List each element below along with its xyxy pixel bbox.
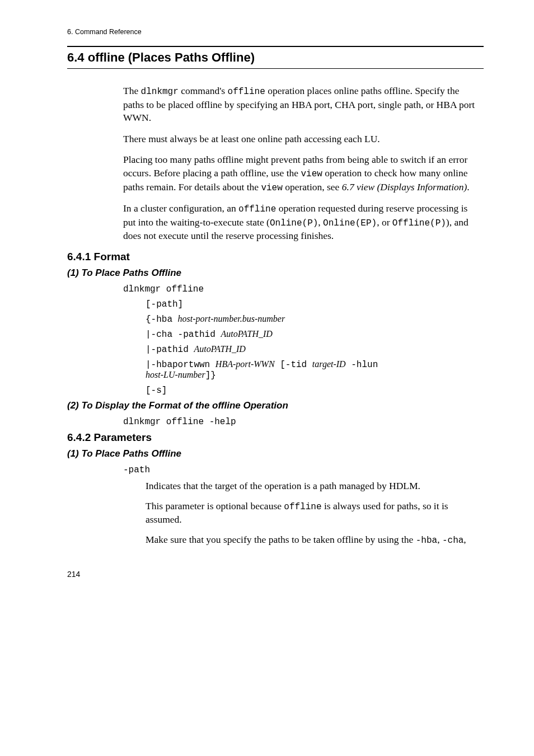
text: command's bbox=[179, 85, 228, 96]
code: [-s] bbox=[146, 386, 167, 396]
cmd-arg-s: [-s] bbox=[146, 385, 484, 396]
text: , bbox=[437, 534, 442, 545]
code: |-hbaportwwn bbox=[146, 360, 216, 370]
intro-para-1: The dlnkmgr command's offline operation … bbox=[123, 84, 478, 125]
param-path-desc-1: Indicates that the target of the operati… bbox=[146, 480, 484, 493]
text: In a cluster configuration, an bbox=[123, 203, 238, 214]
subsub-place-offline: (1) To Place Paths Offline bbox=[67, 267, 484, 279]
intro-para-3: Placing too many paths offline might pre… bbox=[123, 153, 478, 194]
param-path-desc-2: This parameter is optional because offli… bbox=[146, 500, 484, 527]
subsection-parameters: 6.4.2 Parameters bbox=[67, 431, 484, 444]
cmd-arg-hba: {-hba host-port-number.bus-number bbox=[146, 314, 484, 325]
breadcrumb: 6. Command Reference bbox=[67, 28, 484, 36]
code-state: Online(P) bbox=[270, 218, 318, 228]
var: AutoPATH_ID bbox=[194, 344, 245, 354]
text: , bbox=[318, 217, 323, 228]
code-dlnkmgr: dlnkmgr bbox=[141, 87, 179, 97]
code-view: view bbox=[261, 183, 282, 193]
code: [-tid bbox=[275, 360, 312, 370]
var: host-port-number.bus-number bbox=[178, 314, 285, 323]
cmd-arg-cha: |-cha -pathid AutoPATH_ID bbox=[146, 329, 484, 340]
page-number: 214 bbox=[67, 570, 484, 579]
code-cha: -cha bbox=[442, 536, 463, 546]
cmd-arg-pathid: |-pathid AutoPATH_ID bbox=[146, 344, 484, 355]
code: ]} bbox=[205, 370, 216, 381]
code-state: Online(EP) bbox=[323, 218, 377, 228]
section-heading: 6.4 offline (Places Paths Offline) bbox=[67, 46, 484, 69]
text: , or bbox=[377, 217, 392, 228]
var: target-ID bbox=[312, 359, 346, 369]
cmd-line: dlnkmgr offline bbox=[123, 284, 484, 294]
var: AutoPATH_ID bbox=[221, 329, 272, 339]
code: {-hba bbox=[146, 314, 178, 325]
text: operation, see bbox=[283, 181, 342, 192]
xref: 6.7 view (Displays Information) bbox=[342, 181, 467, 192]
text: , bbox=[463, 534, 466, 545]
var: HBA-port-WWN bbox=[216, 359, 275, 369]
code-offline: offline bbox=[284, 502, 321, 512]
intro-para-4: In a cluster configuration, an offline o… bbox=[123, 202, 478, 243]
subsub-display-format: (2) To Display the Format of the offline… bbox=[67, 400, 484, 411]
code: |-pathid bbox=[146, 345, 194, 355]
text: . bbox=[467, 181, 469, 192]
code: |-cha -pathid bbox=[146, 330, 221, 340]
text: The bbox=[123, 85, 141, 96]
var: host-LU-number bbox=[146, 370, 205, 379]
code-offline: offline bbox=[238, 204, 276, 214]
code-view: view bbox=[301, 169, 322, 179]
param-path-term: -path bbox=[123, 465, 484, 475]
code-state: Offline(P) bbox=[392, 218, 446, 228]
cmd-arg-path: [-path] bbox=[146, 299, 484, 309]
subsub-params-place-offline: (1) To Place Paths Offline bbox=[67, 448, 484, 459]
code: -hlun bbox=[346, 360, 378, 370]
cmd-line-help: dlnkmgr offline -help bbox=[123, 417, 484, 427]
subsection-format: 6.4.1 Format bbox=[67, 251, 484, 263]
code: [-path] bbox=[146, 299, 183, 309]
cmd-arg-hbaportwwn: |-hbaportwwn HBA-port-WWN [-tid target-I… bbox=[146, 359, 484, 381]
param-path-desc-3: Make sure that you specify the paths to … bbox=[146, 533, 484, 547]
code-hba: -hba bbox=[416, 536, 437, 546]
intro-para-2: There must always be at least one online… bbox=[123, 133, 478, 146]
code-offline: offline bbox=[228, 87, 265, 97]
text: This parameter is optional because bbox=[146, 500, 284, 511]
text: Make sure that you specify the paths to … bbox=[146, 534, 416, 545]
